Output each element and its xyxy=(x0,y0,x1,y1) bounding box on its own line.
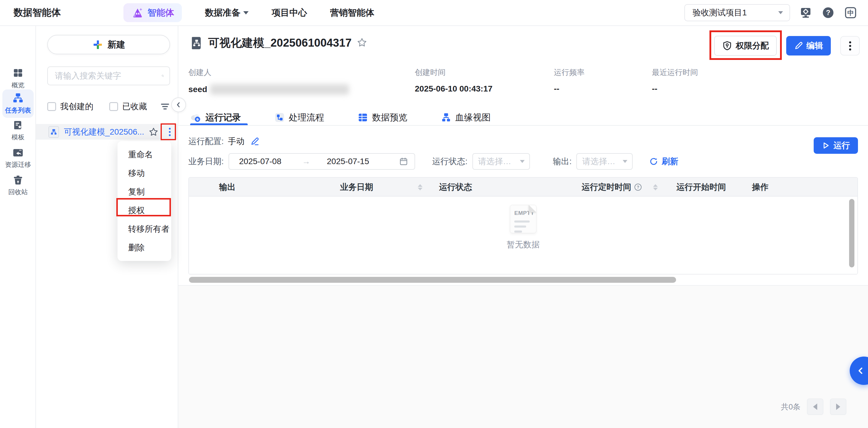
checkbox-label: 已收藏 xyxy=(122,101,147,112)
nav-item-marketing-agent[interactable]: 营销智能体 xyxy=(330,7,374,19)
pagination-next-button[interactable] xyxy=(830,398,846,415)
sidebar-item-templates[interactable]: 模板 xyxy=(2,117,34,145)
table-header: 输出 业务日期 运行状态 运行定时时间 ? xyxy=(189,178,857,196)
new-button-label: 新建 xyxy=(107,39,125,51)
pagination-prev-button[interactable] xyxy=(807,398,824,415)
filter-button[interactable] xyxy=(160,101,170,112)
new-button[interactable]: 新建 xyxy=(47,35,170,54)
sidebar-item-task-list[interactable]: 任务列表 xyxy=(2,89,34,118)
date-range-picker[interactable]: 2025-07-08 → 2025-07-15 xyxy=(228,153,415,170)
monitor-gear-icon xyxy=(800,6,812,19)
project-select[interactable]: 验收测试项目1 xyxy=(684,4,790,21)
info-value: -- xyxy=(554,84,585,94)
item-more-button[interactable] xyxy=(166,127,174,137)
col-run-start-time: 运行开始时间 xyxy=(676,178,726,196)
sidebar-item-label: 回收站 xyxy=(8,188,28,196)
top-nav: 数据智能体 智能体 数据准备 项目中心 xyxy=(0,0,868,26)
header-more-button[interactable] xyxy=(840,36,860,56)
nav-item-marketing-agent-label: 营销智能体 xyxy=(330,7,374,19)
tab-label: 处理流程 xyxy=(289,112,324,124)
title-star-toggle[interactable] xyxy=(357,37,367,49)
arrow-left-icon xyxy=(813,403,817,410)
date-filter-label: 业务日期: xyxy=(188,156,224,167)
col-business-date-sorter[interactable] xyxy=(418,178,423,196)
main-content: 可视化建模_2025061004317 权限分配 xyxy=(178,26,868,428)
info-grid: 创建人 seed 创建时间 2025-06-10 00:43:17 运行频率 -… xyxy=(178,67,868,100)
menu-item-delete[interactable]: 删除 xyxy=(118,238,171,257)
nav-item-project-center[interactable]: 项目中心 xyxy=(272,7,307,19)
info-creator: 创建人 seed xyxy=(188,67,349,95)
sidebar-item-recycle-bin[interactable]: 回收站 xyxy=(2,172,34,200)
trash-recycle-icon xyxy=(13,175,23,185)
menu-item-copy[interactable]: 复制 xyxy=(118,182,171,201)
filter-lines-icon xyxy=(160,101,170,112)
search-input[interactable] xyxy=(55,71,161,81)
menu-item-transfer-owner[interactable]: 转移所有者 xyxy=(118,220,171,238)
sort-icon xyxy=(418,184,423,190)
item-context-menu: 重命名 移动 复制 授权 转移所有者 删除 xyxy=(118,141,171,261)
nav-item-data-prep[interactable]: 数据准备 xyxy=(205,7,249,19)
lineage-icon xyxy=(441,113,451,122)
left-rail: 概览 任务列表 模板 xyxy=(0,26,36,428)
output-select-placeholder: 请选择输出 xyxy=(582,156,620,167)
star-toggle[interactable] xyxy=(149,127,158,137)
sidebar-item-label: 任务列表 xyxy=(5,106,31,115)
checkbox-starred[interactable]: 已收藏 xyxy=(109,101,147,112)
run-button[interactable]: 运行 xyxy=(814,137,858,154)
help-circle-icon[interactable]: ? xyxy=(634,183,642,191)
help-button[interactable]: ? xyxy=(822,6,835,20)
horizontal-scrollbar-thumb[interactable] xyxy=(189,277,676,283)
menu-item-grant[interactable]: 授权 xyxy=(118,201,171,220)
star-outline-icon xyxy=(357,37,367,48)
language-zh-icon: 中 xyxy=(844,6,857,19)
edit-button-label: 编辑 xyxy=(807,40,823,51)
status-select[interactable]: 请选择运... xyxy=(472,153,530,170)
tab-lineage-view[interactable]: 血缘视图 xyxy=(441,109,491,126)
info-label: 最近运行时间 xyxy=(652,67,698,78)
tab-process-flow[interactable]: 处理流程 xyxy=(275,109,324,126)
tab-data-preview[interactable]: 数据预览 xyxy=(358,109,407,126)
menu-item-move[interactable]: 移动 xyxy=(118,164,171,182)
workbench-settings-button[interactable] xyxy=(799,6,812,20)
output-select[interactable]: 请选择输出 xyxy=(576,153,633,170)
arrow-right-icon: → xyxy=(302,157,310,166)
vertical-scrollbar-thumb[interactable] xyxy=(849,199,855,268)
panel-collapse-button[interactable] xyxy=(171,97,186,112)
language-switch-button[interactable]: 中 xyxy=(844,6,857,20)
checkbox-created-by-me[interactable]: 我创建的 xyxy=(47,101,93,112)
col-actions: 操作 xyxy=(752,178,769,196)
pagination-total: 共0条 xyxy=(781,402,800,412)
info-value: -- xyxy=(652,84,698,94)
permission-assign-button[interactable]: 权限分配 xyxy=(714,36,777,56)
status-filter-label: 运行状态: xyxy=(432,156,468,167)
info-run-frequency: 运行频率 -- xyxy=(554,67,585,94)
table-grid-icon xyxy=(358,113,368,122)
task-list-item[interactable]: 可视化建模_202506... xyxy=(36,124,178,140)
search-icon xyxy=(161,71,164,81)
nav-item-agent[interactable]: 智能体 xyxy=(123,3,182,22)
date-start-value: 2025-07-08 xyxy=(239,157,281,166)
refresh-button[interactable]: 刷新 xyxy=(649,156,678,167)
run-config-edit-button[interactable] xyxy=(250,137,259,146)
sidebar-item-resource-migration[interactable]: 资源迁移 xyxy=(2,144,34,172)
edit-button[interactable]: 编辑 xyxy=(786,36,831,56)
pencil-blue-icon xyxy=(250,137,259,146)
status-select-placeholder: 请选择运... xyxy=(478,156,517,167)
svg-text:?: ? xyxy=(637,185,640,189)
table-body: EMPTY 暂无数据 xyxy=(189,196,857,275)
chevron-left-icon xyxy=(175,101,182,108)
info-value: 2025-06-10 00:43:17 xyxy=(415,84,492,94)
col-scheduled-time-sorter[interactable] xyxy=(653,178,658,196)
sidebar-item-overview[interactable]: 概览 xyxy=(2,65,34,93)
sidebar-item-label: 模板 xyxy=(11,133,25,142)
page-title: 可视化建模_2025061004317 xyxy=(208,35,352,51)
org-flow-icon xyxy=(12,92,24,103)
nav-right: 验收测试项目1 ? xyxy=(684,4,857,21)
search-box xyxy=(47,66,170,85)
menu-item-rename[interactable]: 重命名 xyxy=(118,145,171,164)
info-created-time: 创建时间 2025-06-10 00:43:17 xyxy=(415,67,492,94)
empty-state-text: 暂无数据 xyxy=(507,239,540,250)
plus-colorful-icon xyxy=(92,39,103,50)
info-label: 创建时间 xyxy=(415,67,492,78)
chevron-down-icon xyxy=(623,160,627,163)
